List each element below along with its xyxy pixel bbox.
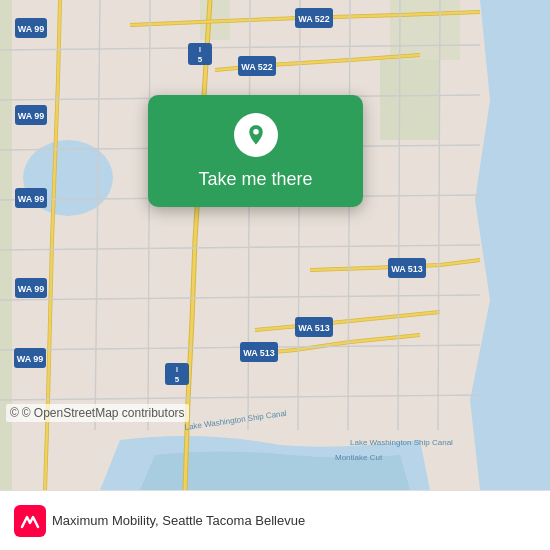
svg-text:5: 5 xyxy=(198,55,203,64)
svg-text:I: I xyxy=(176,366,178,373)
svg-text:WA 99: WA 99 xyxy=(17,354,44,364)
svg-text:WA 513: WA 513 xyxy=(391,264,423,274)
svg-text:WA 99: WA 99 xyxy=(18,284,45,294)
svg-text:WA 522: WA 522 xyxy=(298,14,330,24)
svg-text:WA 99: WA 99 xyxy=(18,24,45,34)
attribution-symbol: © xyxy=(10,406,19,420)
moovit-logo xyxy=(14,505,46,537)
svg-text:5: 5 xyxy=(175,375,180,384)
popup-button[interactable]: Take me there xyxy=(198,169,312,191)
moovit-icon-svg xyxy=(14,505,46,537)
svg-text:WA 99: WA 99 xyxy=(18,194,45,204)
svg-text:I: I xyxy=(199,46,201,53)
app-description: Maximum Mobility, Seattle Tacoma Bellevu… xyxy=(46,513,536,528)
map-container: WA 99 WA 99 WA 99 WA 99 WA 99 WA 522 WA … xyxy=(0,0,550,490)
svg-text:Lake Washington Ship Canal: Lake Washington Ship Canal xyxy=(350,438,453,447)
svg-text:WA 99: WA 99 xyxy=(18,111,45,121)
svg-text:WA 513: WA 513 xyxy=(298,323,330,333)
map-attribution: © © OpenStreetMap contributors xyxy=(6,404,189,422)
svg-text:WA 522: WA 522 xyxy=(241,62,273,72)
svg-text:WA 513: WA 513 xyxy=(243,348,275,358)
popup-card[interactable]: Take me there xyxy=(148,95,363,207)
bottom-bar: Maximum Mobility, Seattle Tacoma Bellevu… xyxy=(0,490,550,550)
attribution-text: © OpenStreetMap contributors xyxy=(22,406,185,420)
svg-point-51 xyxy=(253,129,258,134)
svg-text:Montlake Cut: Montlake Cut xyxy=(335,453,383,462)
location-pin-icon xyxy=(234,113,278,157)
svg-rect-4 xyxy=(380,60,440,140)
